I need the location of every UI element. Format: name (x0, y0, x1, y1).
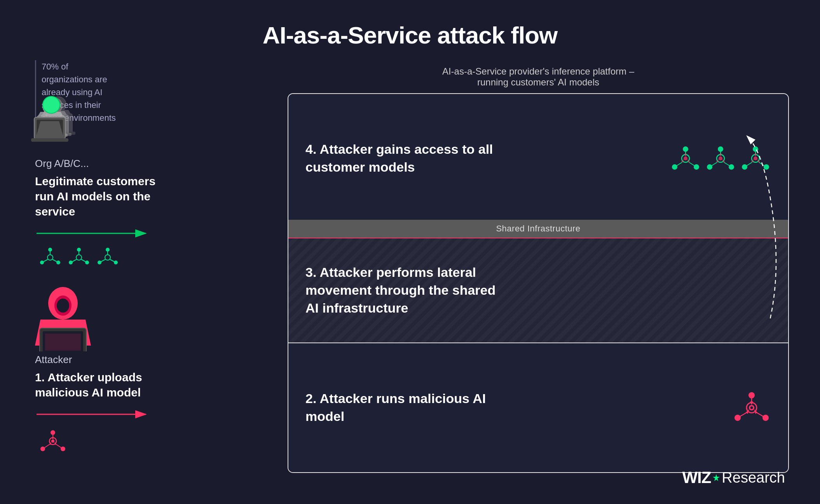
malicious-model-upload (39, 427, 167, 455)
svg-point-81 (754, 156, 757, 160)
step4-section: 4. Attacker gains access to all customer… (288, 94, 788, 220)
step2-malicious-model (732, 388, 771, 427)
attacker-label: Attacker (35, 354, 72, 366)
right-panel: AI-as-a-Service provider's inference pla… (288, 62, 789, 473)
svg-point-90 (750, 406, 753, 409)
svg-point-57 (51, 440, 54, 443)
attacker-arrow (35, 408, 152, 420)
main-layout: Org A/B/C... Legitimate customers run AI… (31, 62, 789, 473)
svg-point-29 (76, 255, 82, 260)
legitimate-arrow-label: Legitimate customers run AI models on th… (35, 174, 167, 219)
org-label: Org A/B/C... (35, 158, 89, 170)
svg-point-22 (47, 255, 53, 260)
attacker-actor-block: Attacker 1. Attacker uploads malicious A… (31, 285, 272, 455)
svg-rect-15 (31, 138, 68, 142)
attacker-icon (31, 285, 95, 351)
platform-label: AI-as-a-Service provider's inference pla… (288, 66, 789, 88)
svg-line-56 (56, 444, 63, 449)
legitimate-arrow-row: Legitimate customers run AI models on th… (35, 174, 167, 269)
wiz-brand: WIZ (682, 468, 711, 487)
attacker-arrow-label: 1. Attacker uploads malicious AI model (35, 370, 167, 400)
svg-point-42 (57, 299, 69, 313)
step2-text: 2. Attacker runs malicious AI model (305, 390, 500, 426)
svg-marker-92 (713, 474, 720, 481)
svg-rect-46 (45, 334, 81, 351)
legitimate-actor-block: Org A/B/C... Legitimate customers run AI… (31, 88, 272, 269)
svg-point-73 (719, 156, 722, 160)
svg-marker-16 (36, 121, 64, 138)
inference-box: 4. Attacker gains access to all customer… (288, 93, 789, 473)
wiz-logo: WIZ Research (682, 468, 785, 487)
wiz-star-icon (712, 474, 720, 481)
step3-section: 3. Attacker performs lateral movement th… (288, 238, 788, 343)
left-column: Org A/B/C... Legitimate customers run AI… (31, 62, 272, 473)
step3-text: 3. Attacker performs lateral movement th… (305, 264, 500, 317)
stacked-persons-icon (31, 88, 93, 154)
wiz-research-label: Research (722, 469, 785, 486)
shared-infra-bar: Shared Infrastructure (288, 220, 788, 238)
attacker-arrow-row: 1. Attacker uploads malicious AI model (35, 370, 167, 455)
step2-section: 2. Attacker runs malicious AI model (288, 343, 789, 473)
legitimate-arrow (35, 228, 152, 239)
svg-line-55 (43, 444, 50, 449)
step4-models (670, 143, 771, 174)
step4-text: 4. Attacker gains access to all customer… (305, 141, 500, 176)
page-title: AI-as-a-Service attack flow (0, 0, 820, 49)
svg-point-65 (684, 156, 687, 160)
svg-point-12 (43, 96, 60, 113)
legitimate-models (39, 246, 167, 269)
svg-point-36 (105, 255, 110, 260)
